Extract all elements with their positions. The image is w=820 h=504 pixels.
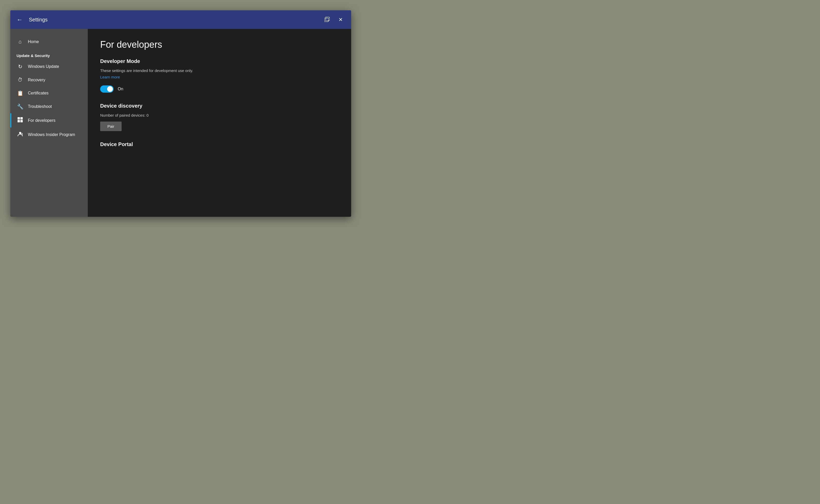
content-area: ⌂ Home Update & Security ↻ Windows Updat… — [10, 29, 351, 217]
sidebar-section-header: Update & Security — [10, 48, 88, 60]
sidebar-item-home[interactable]: ⌂ Home — [10, 35, 88, 48]
window-controls: ✕ — [322, 15, 345, 24]
toggle-knob — [107, 86, 113, 92]
sidebar: ⌂ Home Update & Security ↻ Windows Updat… — [10, 29, 88, 217]
sidebar-item-certificates[interactable]: 📋 Certificates — [10, 86, 88, 100]
developers-icon — [17, 117, 24, 124]
svg-rect-1 — [325, 18, 328, 22]
page-title: For developers — [100, 39, 339, 50]
developer-mode-description: These settings are intended for developm… — [100, 68, 339, 73]
recovery-icon: ⏱ — [17, 77, 24, 83]
sidebar-item-for-developers-label: For developers — [28, 118, 55, 123]
svg-rect-0 — [326, 17, 329, 21]
sidebar-item-windows-insider-label: Windows Insider Program — [28, 132, 75, 137]
sidebar-item-troubleshoot[interactable]: 🔧 Troubleshoot — [10, 100, 88, 113]
restore-icon — [324, 17, 330, 22]
windows-update-icon: ↻ — [17, 63, 24, 70]
sidebar-item-windows-update[interactable]: ↻ Windows Update — [10, 60, 88, 73]
sidebar-item-recovery[interactable]: ⏱ Recovery — [10, 73, 88, 86]
developer-mode-toggle[interactable] — [100, 85, 114, 93]
restore-button[interactable] — [322, 16, 332, 23]
sidebar-item-recovery-label: Recovery — [28, 78, 45, 82]
device-discovery-title: Device discovery — [100, 103, 339, 109]
svg-rect-3 — [20, 117, 23, 119]
sidebar-item-home-label: Home — [28, 39, 39, 44]
developer-mode-toggle-row: On — [100, 85, 339, 93]
back-button[interactable]: ← — [17, 16, 23, 23]
settings-window: ← Settings ✕ ⌂ Home Update & Security — [10, 10, 351, 217]
sidebar-item-certificates-label: Certificates — [28, 91, 49, 95]
svg-rect-4 — [18, 120, 20, 122]
sidebar-item-windows-update-label: Windows Update — [28, 64, 59, 69]
svg-rect-5 — [20, 120, 23, 122]
learn-more-link[interactable]: Learn more — [100, 75, 120, 79]
pair-button[interactable]: Pair — [100, 122, 122, 131]
window-title: Settings — [29, 17, 322, 23]
sidebar-item-troubleshoot-label: Troubleshoot — [28, 104, 52, 109]
svg-rect-2 — [18, 117, 20, 119]
main-content: For developers Developer Mode These sett… — [88, 29, 351, 217]
sidebar-item-for-developers[interactable]: For developers — [10, 113, 88, 127]
developer-mode-title: Developer Mode — [100, 58, 339, 64]
toggle-state-label: On — [118, 87, 123, 91]
device-portal-title: Device Portal — [100, 141, 339, 147]
titlebar: ← Settings ✕ — [10, 10, 351, 29]
sidebar-item-windows-insider[interactable]: + Windows Insider Program — [10, 127, 88, 142]
home-icon: ⌂ — [17, 39, 24, 45]
windows-insider-icon: + — [17, 131, 24, 138]
certificates-icon: 📋 — [17, 90, 24, 96]
paired-devices-count: Number of paired devices: 0 — [100, 113, 339, 117]
svg-text:+: + — [21, 133, 22, 135]
close-button[interactable]: ✕ — [336, 15, 345, 24]
troubleshoot-icon: 🔧 — [17, 103, 24, 110]
